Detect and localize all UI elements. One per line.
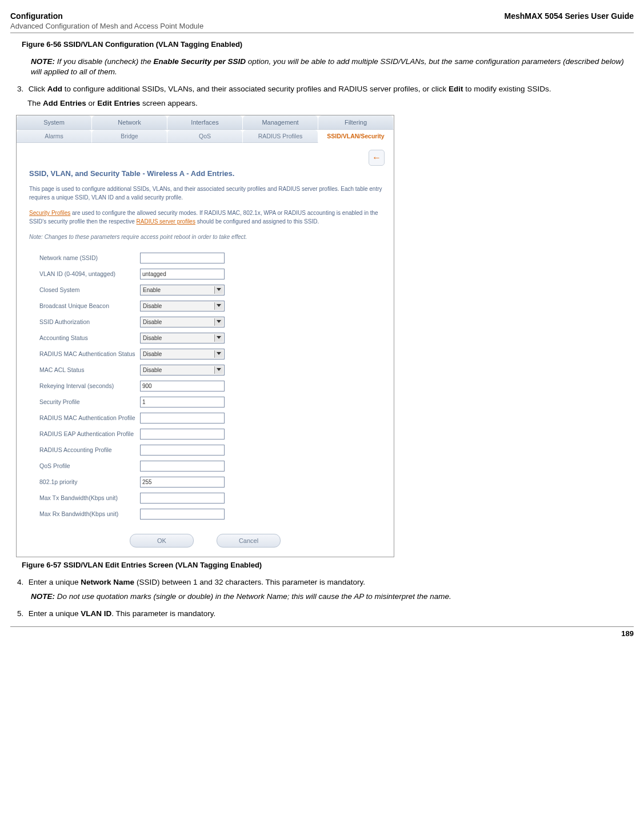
- tab-ssid-vlan-security[interactable]: SSID/VLAN/Security: [318, 130, 394, 143]
- chevron-down-icon: [217, 368, 221, 371]
- form-row: SSID AuthorizationDisable: [39, 315, 385, 328]
- form-input[interactable]: [140, 509, 225, 520]
- tab-bridge[interactable]: Bridge: [92, 130, 167, 143]
- step3-l2-post: screen appears.: [140, 99, 198, 107]
- tab-management[interactable]: Management: [243, 115, 318, 130]
- form-input[interactable]: [140, 461, 225, 472]
- select-value: Disable: [143, 351, 162, 357]
- form-label: MAC ACL Status: [39, 366, 140, 374]
- divider-bottom: [10, 626, 634, 627]
- form-label: RADIUS EAP Authentication Profile: [39, 430, 140, 438]
- step3-mid1: to configure additional SSIDs, VLANs, an…: [62, 85, 449, 93]
- form-label: RADIUS MAC Authentication Profile: [39, 414, 140, 422]
- form-input[interactable]: [140, 269, 225, 279]
- step5-b1: VLAN ID: [81, 609, 111, 618]
- form-select[interactable]: Enable: [140, 285, 225, 295]
- form-input[interactable]: [140, 413, 225, 424]
- step3-l2-b1: Add Entries: [43, 99, 86, 107]
- form-label: Security Profile: [39, 398, 140, 406]
- tab-system[interactable]: System: [17, 115, 92, 130]
- form-area: Network name (SSID)VLAN ID (0-4094, unta…: [39, 251, 385, 520]
- panel-para2: Security Profiles are used to configure …: [29, 209, 385, 226]
- page-number: 189: [10, 629, 634, 638]
- panel-para3: Note: Changes to these parameters requir…: [29, 233, 385, 241]
- form-select[interactable]: Disable: [140, 317, 225, 327]
- form-row: Max Tx Bandwidth(Kbps unit): [39, 492, 385, 504]
- form-row: RADIUS EAP Authentication Profile: [39, 428, 385, 440]
- form-row: RADIUS MAC Authentication StatusDisable: [39, 347, 385, 360]
- tab-alarms[interactable]: Alarms: [17, 130, 92, 143]
- form-label: Rekeying Interval (seconds): [39, 382, 140, 390]
- tab-interfaces[interactable]: Interfaces: [167, 115, 243, 130]
- select-value: Disable: [143, 303, 162, 309]
- tab-network[interactable]: Network: [92, 115, 167, 130]
- form-input[interactable]: [140, 445, 225, 456]
- form-label: Closed System: [39, 286, 140, 294]
- form-select[interactable]: Disable: [140, 333, 225, 343]
- step5-num: 5.: [17, 609, 26, 620]
- panel-title: SSID, VLAN, and Security Table - Wireles…: [29, 169, 385, 178]
- select-value: Disable: [143, 319, 162, 325]
- form-row: MAC ACL StatusDisable: [39, 363, 385, 376]
- form-input[interactable]: [140, 429, 225, 440]
- cancel-button[interactable]: Cancel: [217, 534, 281, 548]
- step3-pre: Click: [29, 85, 47, 93]
- step3-b2: Edit: [449, 85, 463, 93]
- form-input[interactable]: [140, 397, 225, 407]
- chevron-down-icon: [217, 320, 221, 323]
- note-1: NOTE: If you disable (uncheck) the Enabl…: [31, 57, 634, 77]
- header-right: MeshMAX 5054 Series User Guide: [505, 11, 634, 21]
- header-left: Configuration: [10, 11, 63, 21]
- step4-num: 4.: [17, 577, 26, 588]
- step3-num: 3.: [17, 84, 26, 95]
- form-input[interactable]: [140, 381, 225, 391]
- form-input[interactable]: [140, 477, 225, 488]
- button-row: OK Cancel: [26, 534, 385, 548]
- form-label: 802.1p priority: [39, 478, 140, 486]
- form-select[interactable]: Disable: [140, 349, 225, 359]
- form-label: VLAN ID (0-4094, untagged): [39, 270, 140, 278]
- form-input[interactable]: [140, 493, 225, 504]
- step3-b1: Add: [47, 85, 62, 93]
- tab-radius-profiles[interactable]: RADIUS Profiles: [243, 130, 318, 143]
- form-row: Max Rx Bandwidth(Kbps unit): [39, 508, 385, 520]
- step4-post: (SSID) between 1 and 32 characters. This…: [134, 578, 365, 586]
- ok-button[interactable]: OK: [130, 534, 194, 548]
- divider-top: [10, 33, 634, 33]
- form-row: Network name (SSID): [39, 251, 385, 264]
- form-row: Security Profile: [39, 395, 385, 408]
- form-row: 802.1p priority: [39, 476, 385, 488]
- step5-post: . This parameter is mandatory.: [111, 609, 215, 618]
- step-4: 4. Enter a unique Network Name (SSID) be…: [17, 577, 634, 588]
- tab-qos[interactable]: QoS: [167, 130, 243, 143]
- step4-b1: Network Name: [81, 578, 134, 586]
- step4-pre: Enter a unique: [29, 578, 81, 586]
- figure-56-caption: Figure 6-56 SSID/VLAN Configuration (VLA…: [22, 40, 634, 49]
- link-security-profiles[interactable]: Security Profiles: [29, 210, 70, 216]
- form-label: RADIUS MAC Authentication Status: [39, 350, 140, 358]
- header-subtitle: Advanced Configuration of Mesh and Acces…: [10, 22, 634, 30]
- tab-filtering[interactable]: Filtering: [318, 115, 394, 130]
- form-input[interactable]: [140, 253, 225, 263]
- primary-tabs: System Network Interfaces Management Fil…: [17, 115, 394, 130]
- form-row: Broadcast Unique BeaconDisable: [39, 299, 385, 312]
- step3-mid2: to modify existing SSIDs.: [463, 85, 551, 93]
- back-button[interactable]: ←: [369, 150, 385, 166]
- form-label: QoS Profile: [39, 462, 140, 470]
- back-arrow-icon: ←: [372, 153, 381, 163]
- panel-para1: This page is used to configure additiona…: [29, 185, 385, 202]
- secondary-tabs: Alarms Bridge QoS RADIUS Profiles SSID/V…: [17, 130, 394, 143]
- form-row: Rekeying Interval (seconds): [39, 379, 385, 392]
- select-value: Disable: [143, 367, 162, 373]
- form-select[interactable]: Disable: [140, 301, 225, 311]
- link-radius-server-profiles[interactable]: RADIUS server profiles: [137, 218, 195, 225]
- app-screenshot: System Network Interfaces Management Fil…: [16, 115, 394, 557]
- form-row: Closed SystemEnable: [39, 283, 385, 296]
- form-select[interactable]: Disable: [140, 365, 225, 375]
- form-label: Broadcast Unique Beacon: [39, 302, 140, 310]
- form-label: Accounting Status: [39, 334, 140, 342]
- form-label: Network name (SSID): [39, 254, 140, 262]
- form-label: SSID Authorization: [39, 318, 140, 326]
- note1-bold: Enable Security per SSID: [154, 57, 246, 66]
- step3-l2-pre: The: [27, 99, 43, 107]
